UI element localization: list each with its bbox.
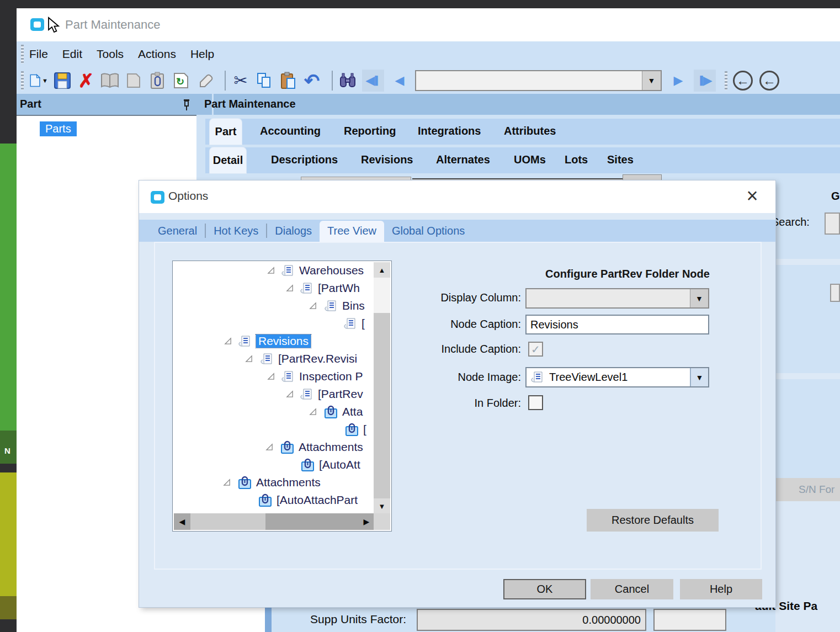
tree-node[interactable]: Revisions xyxy=(174,333,375,350)
expander-icon[interactable] xyxy=(286,390,294,401)
delete-icon[interactable]: ✗ xyxy=(77,71,95,90)
background-input[interactable] xyxy=(830,284,840,302)
toolbar-grip-3[interactable] xyxy=(725,71,727,90)
display-column-dropdown[interactable]: ▼ xyxy=(525,288,709,309)
expander-icon[interactable] xyxy=(265,443,274,454)
tree-view[interactable]: Warehouses[PartWhBins[Revisions[PartRev.… xyxy=(174,262,375,514)
tree-node-label[interactable]: [AutoAttachPart xyxy=(277,493,358,507)
menu-edit[interactable]: Edit xyxy=(62,47,82,61)
node-caption-input[interactable]: Revisions xyxy=(525,315,709,334)
tree-node-label[interactable]: Attachments xyxy=(299,440,363,454)
chevron-down-icon[interactable]: ▼ xyxy=(642,71,661,90)
tree-node-label[interactable]: [ xyxy=(363,423,366,436)
blank-document-icon[interactable] xyxy=(124,71,143,90)
save-icon[interactable] xyxy=(53,71,72,90)
tab-accounting[interactable]: Accounting xyxy=(260,125,321,137)
forward-icon[interactable]: ← xyxy=(759,71,779,91)
menu-tools[interactable]: Tools xyxy=(97,47,124,61)
supp-units-input-2[interactable] xyxy=(653,609,726,631)
first-record-button[interactable]: ◀▌ xyxy=(362,70,384,92)
copy-icon[interactable] xyxy=(255,71,274,90)
expander-icon[interactable] xyxy=(286,284,294,295)
tree-node[interactable]: Atta xyxy=(174,403,375,421)
expander-icon[interactable] xyxy=(224,337,232,348)
help-button[interactable]: Help xyxy=(680,579,762,599)
in-folder-checkbox[interactable] xyxy=(528,395,543,410)
node-image-dropdown[interactable]: TreeViewLevel1 ▼ xyxy=(525,367,709,387)
supp-units-input[interactable]: 0.00000000 xyxy=(417,609,646,631)
tab-detail[interactable]: Detail xyxy=(210,147,246,173)
tree-node-label[interactable]: [AutoAtt xyxy=(319,458,360,471)
tree-node[interactable]: Inspection P xyxy=(174,368,375,386)
expander-icon[interactable] xyxy=(309,302,317,312)
book-icon[interactable] xyxy=(100,71,119,90)
tree-node[interactable]: Bins xyxy=(174,298,375,315)
tab-uoms[interactable]: UOMs xyxy=(514,153,546,166)
include-caption-checkbox[interactable]: ✓ xyxy=(528,342,543,357)
menu-file[interactable]: File xyxy=(29,47,48,61)
horizontal-scrollbar[interactable]: ◀ ▶ xyxy=(174,513,375,530)
tree-node[interactable]: Attachments xyxy=(174,474,375,492)
tree-node[interactable]: [ xyxy=(174,421,375,439)
next-record-button[interactable]: ▶ xyxy=(667,70,689,92)
refresh-icon[interactable]: ↻ xyxy=(172,71,190,90)
tab-alternates[interactable]: Alternates xyxy=(436,153,490,166)
tree-node[interactable]: [ xyxy=(174,315,375,333)
scroll-down-icon[interactable]: ▼ xyxy=(374,498,390,514)
close-icon[interactable]: × xyxy=(740,183,764,209)
back-icon[interactable]: ← xyxy=(733,71,753,91)
cancel-button[interactable]: Cancel xyxy=(591,579,673,599)
previous-record-button[interactable]: ◀ xyxy=(389,70,411,92)
expander-icon[interactable] xyxy=(245,355,253,365)
tree-node[interactable]: [PartRev xyxy=(174,386,375,403)
attachment-icon[interactable] xyxy=(148,71,167,90)
scroll-up-icon[interactable]: ▲ xyxy=(374,262,390,278)
tree-node[interactable]: [AutoAtt xyxy=(174,456,375,474)
tab-reporting[interactable]: Reporting xyxy=(344,125,396,137)
tree-node[interactable]: [PartWh xyxy=(174,280,375,298)
expander-icon[interactable] xyxy=(223,479,231,489)
toolbar-grip-2[interactable] xyxy=(21,71,24,90)
tree-node-label[interactable]: Warehouses xyxy=(299,264,364,277)
menu-help[interactable]: Help xyxy=(190,47,214,61)
scroll-left-icon[interactable]: ◀ xyxy=(174,513,190,530)
tree-node-parts[interactable]: Parts xyxy=(40,121,77,136)
tab-descriptions[interactable]: Descriptions xyxy=(271,153,338,166)
expander-icon[interactable] xyxy=(309,408,317,418)
pin-icon[interactable] xyxy=(182,99,191,111)
tree-node[interactable]: [AutoAttachPart xyxy=(174,492,375,509)
tree-node[interactable]: Warehouses xyxy=(174,262,375,280)
restore-defaults-button[interactable]: Restore Defaults xyxy=(587,509,719,532)
eraser-icon[interactable] xyxy=(195,71,214,90)
chevron-down-icon[interactable]: ▼ xyxy=(690,368,708,386)
tab-attributes[interactable]: Attributes xyxy=(504,125,556,137)
tree-node[interactable]: Attachments xyxy=(174,439,375,456)
tab-sites[interactable]: Sites xyxy=(607,153,634,166)
search-input[interactable] xyxy=(825,213,840,235)
window-titlebar[interactable]: Part Maintenance xyxy=(17,8,840,41)
toolbar-grip[interactable] xyxy=(21,45,24,63)
tab-revisions[interactable]: Revisions xyxy=(361,153,413,166)
tab-integrations[interactable]: Integrations xyxy=(418,125,481,137)
tree-node-label[interactable]: [PartRev.Revisi xyxy=(278,352,357,365)
find-icon[interactable] xyxy=(338,71,357,90)
tab-part[interactable]: Part xyxy=(210,119,242,145)
tab-hot-keys[interactable]: Hot Keys xyxy=(206,221,266,242)
record-combobox[interactable]: ▼ xyxy=(415,70,662,91)
horizontal-scroll-thumb[interactable] xyxy=(190,513,265,530)
new-icon[interactable]: ▼ xyxy=(29,71,48,90)
expander-icon[interactable] xyxy=(267,267,275,277)
paste-icon[interactable] xyxy=(279,71,297,90)
tab-tree-view[interactable]: Tree View xyxy=(320,221,384,242)
tab-general[interactable]: General xyxy=(150,221,205,242)
tree-node-label[interactable]: Attachments xyxy=(256,476,321,489)
tab-lots[interactable]: Lots xyxy=(565,153,588,166)
expander-icon[interactable] xyxy=(267,373,275,383)
scroll-right-icon[interactable]: ▶ xyxy=(358,513,375,530)
tree-node-label[interactable]: Revisions xyxy=(256,334,311,348)
dialog-titlebar[interactable]: Options × xyxy=(139,180,775,213)
chevron-down-icon[interactable]: ▼ xyxy=(690,289,708,307)
last-record-button[interactable]: ▐▶ xyxy=(694,70,716,92)
menu-actions[interactable]: Actions xyxy=(138,47,176,61)
tab-global-options[interactable]: Global Options xyxy=(384,221,472,242)
